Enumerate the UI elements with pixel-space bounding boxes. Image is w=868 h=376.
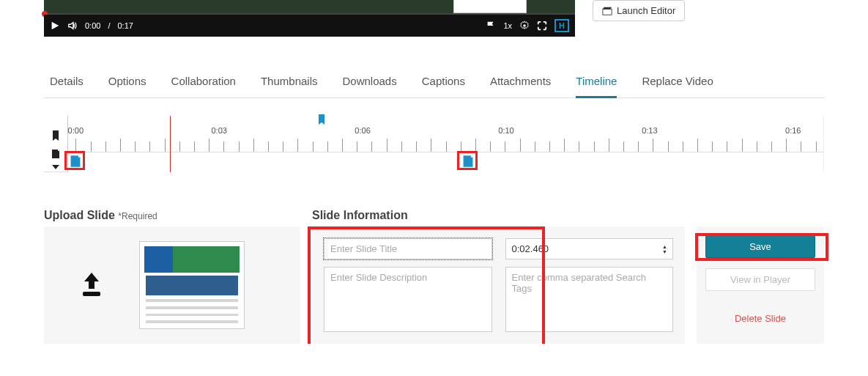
h-icon[interactable]: H bbox=[554, 19, 569, 32]
slide-track-icon bbox=[44, 144, 67, 163]
play-icon[interactable] bbox=[50, 21, 60, 31]
upload-heading: Upload Slide bbox=[44, 209, 115, 221]
tabs: DetailsOptionsCollaborationThumbnailsDow… bbox=[44, 67, 824, 98]
svg-point-0 bbox=[523, 24, 526, 27]
required-label: *Required bbox=[118, 211, 157, 221]
playhead[interactable] bbox=[170, 116, 171, 172]
slide-marker[interactable] bbox=[68, 154, 83, 169]
volume-icon[interactable] bbox=[67, 21, 78, 31]
save-button[interactable]: Save bbox=[705, 235, 815, 258]
upload-icon[interactable] bbox=[77, 271, 106, 300]
launch-editor-button[interactable]: Launch Editor bbox=[593, 0, 685, 21]
timeline-label: 0:03 bbox=[211, 126, 226, 135]
timeline-label: 0:16 bbox=[785, 126, 801, 135]
slide-info-heading: Slide Information bbox=[312, 209, 685, 222]
svg-rect-2 bbox=[83, 292, 100, 296]
tab-replace-video[interactable]: Replace Video bbox=[642, 67, 713, 97]
slide-tags-input[interactable] bbox=[505, 267, 674, 332]
time-duration: 0:17 bbox=[117, 21, 133, 30]
view-in-player-button: View in Player bbox=[705, 268, 815, 291]
fullscreen-icon[interactable] bbox=[537, 21, 547, 31]
tab-attachments[interactable]: Attachments bbox=[490, 67, 551, 97]
tab-timeline[interactable]: Timeline bbox=[576, 67, 617, 98]
bookmark-track-icon bbox=[44, 126, 67, 144]
chevron-down-icon[interactable] bbox=[44, 163, 67, 172]
tab-details[interactable]: Details bbox=[50, 67, 84, 97]
slide-description-input[interactable] bbox=[324, 267, 492, 332]
tab-thumbnails[interactable]: Thumbnails bbox=[261, 67, 318, 97]
tab-collaboration[interactable]: Collaboration bbox=[171, 67, 236, 97]
timeline-label: 0:10 bbox=[498, 126, 513, 135]
clapper-icon bbox=[602, 6, 612, 16]
video-player[interactable]: 0:00 / 0:17 1x H bbox=[44, 0, 575, 37]
svg-rect-1 bbox=[603, 9, 612, 15]
timeline-ruler[interactable]: 0:000:030:060:100:130:16 bbox=[68, 126, 823, 152]
slide-title-input[interactable] bbox=[324, 238, 492, 259]
player-preview-thumb bbox=[453, 0, 527, 13]
tab-downloads[interactable]: Downloads bbox=[343, 67, 397, 97]
bookmark-marker[interactable] bbox=[317, 114, 326, 127]
timeline-label: 0:00 bbox=[68, 126, 84, 135]
speed-label[interactable]: 1x bbox=[503, 21, 512, 30]
timeline-label: 0:06 bbox=[355, 126, 370, 135]
delete-slide-link[interactable]: Delete Slide bbox=[735, 313, 786, 324]
timeline-slide-row[interactable] bbox=[68, 152, 823, 171]
slide-marker[interactable] bbox=[461, 154, 475, 169]
slide-time-input[interactable] bbox=[505, 238, 674, 259]
time-current: 0:00 bbox=[85, 21, 100, 30]
time-stepper[interactable]: ▲▼ bbox=[662, 240, 671, 258]
flag-icon[interactable] bbox=[486, 21, 496, 31]
tab-options[interactable]: Options bbox=[108, 67, 146, 97]
time-sep: / bbox=[108, 21, 110, 30]
gear-icon[interactable] bbox=[519, 21, 530, 31]
tab-captions[interactable]: Captions bbox=[422, 67, 465, 97]
timeline-label: 0:13 bbox=[642, 126, 657, 135]
slide-thumbnail[interactable] bbox=[139, 241, 245, 329]
